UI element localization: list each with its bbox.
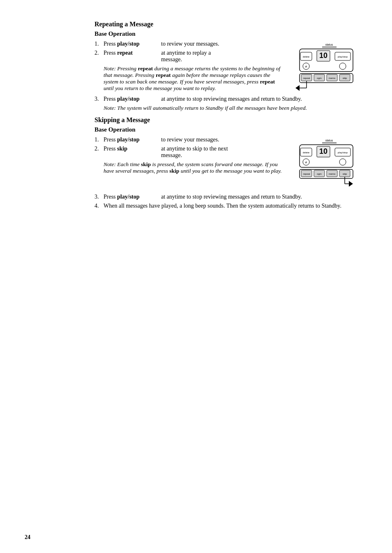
step-num-2: 2. xyxy=(95,50,104,56)
section-skipping: Skipping a Message Base Operation status… xyxy=(95,116,359,209)
svg-text:skip: skip xyxy=(343,77,347,79)
svg-text:skip: skip xyxy=(343,173,347,175)
step-desc-s2: at anytime to skip to the nextmessage. xyxy=(161,146,286,159)
svg-text:memo: memo xyxy=(329,173,336,175)
page: Repeating a Message Base Operation statu… xyxy=(0,0,392,553)
section-title-repeating: Repeating a Message xyxy=(95,21,359,28)
section-title-skipping: Skipping a Message xyxy=(95,116,359,124)
step-num-s1: 1. xyxy=(95,137,104,143)
step-desc-s1: to review your messages. xyxy=(161,137,286,143)
step-action-s1: Press play/stop xyxy=(104,137,161,143)
svg-text:delete: delete xyxy=(303,56,310,58)
step-skipping-4: 4. When all messages have played, a long… xyxy=(95,203,359,209)
step-action-2: Press repeat xyxy=(104,50,161,56)
repeating-content: status delete 10 play xyxy=(95,41,359,96)
svg-text:ø: ø xyxy=(305,65,307,68)
note-repeating: Note: Pressing repeat during a message r… xyxy=(104,65,284,92)
step-desc-3r: at anytime to stop reviewing messages an… xyxy=(161,96,359,102)
sub-title-repeating: Base Operation xyxy=(95,30,359,37)
skipping-content: status delete 10 play/stop xyxy=(95,137,359,194)
standby-note-repeating: Note: The system will automatically retu… xyxy=(104,105,359,111)
step-repeating-3: 3. Press play/stop at anytime to stop re… xyxy=(95,96,359,102)
sub-title-skipping: Base Operation xyxy=(95,126,359,133)
svg-text:play/stop: play/stop xyxy=(338,151,348,154)
step-desc-s4: When all messages have played, a long be… xyxy=(104,203,359,209)
svg-marker-22 xyxy=(295,85,300,91)
svg-point-12 xyxy=(339,63,346,69)
step-desc-s3: at anytime to stop reviewing messages an… xyxy=(161,194,359,200)
svg-text:10: 10 xyxy=(319,147,327,155)
step-skipping-3: 3. Press play/stop at anytime to stop re… xyxy=(95,194,359,200)
step-repeating-1: 1. Press play/stop to review your messag… xyxy=(95,41,286,47)
step-desc-1: to review your messages. xyxy=(161,41,286,47)
svg-text:status: status xyxy=(325,43,333,46)
svg-text:status: status xyxy=(325,139,333,142)
svg-text:ogm: ogm xyxy=(317,173,322,175)
step-repeating-2: 2. Press repeat at anytime to replay ame… xyxy=(95,50,286,63)
svg-text:repeat: repeat xyxy=(303,173,310,175)
svg-point-37 xyxy=(339,159,346,165)
svg-text:repeat: repeat xyxy=(303,77,310,79)
diagram-skipping: status delete 10 play/stop xyxy=(291,137,359,194)
svg-text:10: 10 xyxy=(319,51,327,60)
step-num-s2: 2. xyxy=(95,146,104,152)
main-content: Repeating a Message Base Operation statu… xyxy=(95,21,359,209)
step-action-s3: Press play/stop xyxy=(104,194,161,200)
page-number: 24 xyxy=(25,534,30,541)
step-action-3r: Press play/stop xyxy=(104,96,161,102)
step-num-3r: 3. xyxy=(95,96,104,102)
svg-text:ogm: ogm xyxy=(317,77,322,79)
step-num-s3: 3. xyxy=(95,194,104,200)
svg-text:ø: ø xyxy=(305,161,307,164)
step-desc-2: at anytime to replay amessage. xyxy=(161,50,286,63)
note-skipping: Note: Each time skip is pressed, the sys… xyxy=(104,161,284,174)
step-skipping-1: 1. Press play/stop to review your messag… xyxy=(95,137,286,143)
svg-text:play/stop: play/stop xyxy=(338,56,348,58)
step-action-1: Press play/stop xyxy=(104,41,161,47)
svg-marker-47 xyxy=(349,181,353,187)
section-repeating: Repeating a Message Base Operation statu… xyxy=(95,21,359,111)
step-num-s4: 4. xyxy=(95,203,104,209)
svg-text:memo: memo xyxy=(329,77,336,79)
diagram-repeating: status delete 10 play xyxy=(291,41,359,96)
step-num-1: 1. xyxy=(95,41,104,47)
step-skipping-2: 2. Press skip at anytime to skip to the … xyxy=(95,146,286,159)
step-action-s2: Press skip xyxy=(104,146,161,152)
svg-text:delete: delete xyxy=(303,151,310,154)
